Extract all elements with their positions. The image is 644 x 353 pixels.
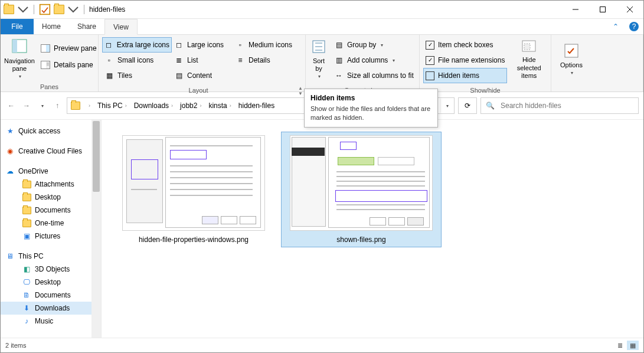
file-thumbnail bbox=[290, 135, 433, 231]
nav-desktop[interactable]: 🖵Desktop bbox=[1, 276, 101, 289]
downloads-icon: ⬇ bbox=[22, 303, 31, 313]
search-icon: 🔍 bbox=[486, 102, 495, 110]
refresh-button[interactable]: ⟳ bbox=[458, 97, 477, 114]
file-item-selected[interactable]: shown-files.png bbox=[281, 132, 442, 247]
layout-list[interactable]: ≣List bbox=[172, 53, 233, 68]
nav-this-pc[interactable]: 🖥This PC bbox=[1, 250, 101, 263]
nav-creative-cloud[interactable]: ◉Creative Cloud Files bbox=[1, 145, 101, 158]
layout-medium-icons[interactable]: ▫Medium icons bbox=[233, 37, 299, 53]
maximize-button[interactable] bbox=[589, 1, 616, 18]
breadcrumb-hidden-files[interactable]: hidden-files bbox=[235, 98, 278, 113]
folder-icon bbox=[22, 179, 31, 189]
hidden-items-toggle[interactable]: Hidden items bbox=[423, 68, 507, 83]
qat-customize-icon[interactable] bbox=[67, 4, 79, 15]
music-icon: ♪ bbox=[22, 316, 31, 326]
nav-od-pictures[interactable]: ▣Pictures bbox=[1, 230, 101, 243]
layout-content[interactable]: ▤Content bbox=[172, 68, 233, 83]
nav-od-documents[interactable]: Documents bbox=[1, 204, 101, 217]
breadcrumb-this-pc[interactable]: This PC› bbox=[94, 98, 130, 113]
address-dropdown-button[interactable]: ▾ bbox=[440, 99, 453, 113]
folder-icon bbox=[22, 192, 31, 202]
navigation-pane-button[interactable]: Navigation pane▾ bbox=[4, 37, 35, 80]
status-item-count: 2 items bbox=[5, 342, 26, 349]
size-columns-button[interactable]: ↔Size all columns to fit bbox=[332, 68, 416, 83]
svg-rect-5 bbox=[46, 45, 50, 52]
nav-od-attachments[interactable]: Attachments bbox=[1, 178, 101, 191]
hide-selected-button[interactable]: Hide selected items bbox=[511, 37, 547, 80]
file-view[interactable]: hidden-file-properties-windows.png bbox=[102, 120, 643, 338]
recent-locations-button[interactable]: ▾ bbox=[36, 99, 48, 113]
breadcrumb-downloads[interactable]: Downloads› bbox=[130, 98, 176, 113]
explorer-window: hidden-files File Home Share View ⌃ ? Na… bbox=[0, 0, 644, 353]
nav-3d-objects[interactable]: ◧3D Objects bbox=[1, 263, 101, 276]
layout-tiles[interactable]: ▦Tiles bbox=[102, 68, 172, 83]
app-icon bbox=[3, 4, 15, 15]
breadcrumb-kinsta[interactable]: kinsta› bbox=[205, 98, 234, 113]
navpane-scrollbar[interactable] bbox=[91, 120, 101, 338]
layout-scroll-up-icon[interactable]: ▲ bbox=[298, 86, 303, 91]
item-check-boxes-toggle[interactable]: Item check boxes bbox=[423, 37, 507, 53]
svg-rect-3 bbox=[12, 40, 17, 53]
folder-icon bbox=[71, 101, 80, 110]
tooltip-title: Hidden items bbox=[310, 94, 431, 102]
svg-rect-12 bbox=[524, 44, 530, 50]
status-bar: 2 items ≣ ▦ bbox=[1, 338, 643, 352]
up-button[interactable]: ↑ bbox=[51, 99, 63, 113]
ribbon-collapse-icon[interactable]: ⌃ bbox=[607, 19, 625, 34]
svg-rect-0 bbox=[40, 5, 50, 15]
details-pane-button[interactable]: Details pane bbox=[38, 57, 99, 73]
pc-icon: 🖥 bbox=[5, 251, 15, 261]
star-icon: ★ bbox=[5, 126, 15, 136]
sort-by-button[interactable]: Sort by▾ bbox=[309, 37, 328, 80]
close-button[interactable] bbox=[616, 1, 643, 18]
nav-downloads[interactable]: ⬇Downloads bbox=[1, 302, 101, 315]
nav-od-onetime[interactable]: One-time bbox=[1, 217, 101, 230]
qat-dropdown-icon[interactable] bbox=[17, 4, 29, 15]
nav-onedrive[interactable]: ☁OneDrive bbox=[1, 165, 101, 178]
navigation-pane[interactable]: ★Quick access ◉Creative Cloud Files ☁One… bbox=[1, 120, 102, 338]
ribbon: Navigation pane▾ Preview pane Details pa… bbox=[1, 35, 643, 92]
details-view-toggle-icon[interactable]: ≣ bbox=[614, 341, 626, 350]
file-name-label: shown-files.png bbox=[336, 236, 385, 244]
search-box[interactable]: 🔍 bbox=[480, 97, 639, 114]
back-button[interactable]: ← bbox=[5, 99, 17, 113]
ribbon-tabs: File Home Share View ⌃ ? bbox=[1, 19, 643, 35]
file-name-label: hidden-file-properties-windows.png bbox=[139, 236, 249, 244]
qat-properties-icon[interactable] bbox=[39, 4, 51, 15]
documents-icon: 🗎 bbox=[22, 290, 31, 300]
qat-newfolder-icon[interactable] bbox=[53, 4, 65, 15]
forward-button[interactable]: → bbox=[21, 99, 32, 113]
checkbox-on-icon bbox=[426, 41, 434, 50]
preview-pane-button[interactable]: Preview pane bbox=[38, 41, 99, 56]
folder-icon bbox=[22, 218, 31, 228]
crumb-chevron-icon[interactable]: › bbox=[83, 98, 94, 113]
nav-od-desktop[interactable]: Desktop bbox=[1, 191, 101, 204]
breadcrumb-jobb2[interactable]: jobb2› bbox=[176, 98, 205, 113]
tooltip-body: Show or hide the files and folders that … bbox=[310, 104, 431, 122]
layout-details[interactable]: ≡Details bbox=[233, 53, 299, 68]
group-by-button[interactable]: ▤Group by▾ bbox=[332, 37, 416, 53]
layout-small-icons[interactable]: ▫Small icons bbox=[102, 53, 172, 68]
share-tab[interactable]: Share bbox=[69, 19, 104, 34]
icons-view-toggle-icon[interactable]: ▦ bbox=[627, 341, 639, 350]
view-tab[interactable]: View bbox=[104, 19, 138, 35]
options-button[interactable]: Options▾ bbox=[555, 37, 588, 80]
help-icon[interactable]: ? bbox=[629, 22, 639, 31]
svg-rect-1 bbox=[600, 7, 606, 12]
home-tab[interactable]: Home bbox=[34, 19, 69, 34]
minimize-button[interactable] bbox=[562, 1, 589, 18]
nav-documents[interactable]: 🗎Documents bbox=[1, 289, 101, 302]
layout-xl-icons[interactable]: ◻Extra large icons bbox=[102, 37, 172, 53]
file-name-extensions-toggle[interactable]: File name extensions bbox=[423, 53, 507, 68]
file-item[interactable]: hidden-file-properties-windows.png bbox=[113, 132, 274, 247]
desktop-icon: 🖵 bbox=[22, 277, 31, 287]
nav-music[interactable]: ♪Music bbox=[1, 315, 101, 328]
main-area: ★Quick access ◉Creative Cloud Files ☁One… bbox=[1, 120, 643, 338]
tooltip-hidden-items: Hidden items Show or hide the files and … bbox=[304, 89, 438, 128]
search-input[interactable] bbox=[499, 101, 633, 110]
checkbox-off-icon bbox=[426, 71, 434, 80]
layout-large-icons[interactable]: ◻Large icons bbox=[172, 37, 233, 53]
file-tab[interactable]: File bbox=[1, 19, 34, 34]
add-columns-button[interactable]: ▥Add columns▾ bbox=[332, 53, 416, 68]
nav-quick-access[interactable]: ★Quick access bbox=[1, 125, 101, 138]
